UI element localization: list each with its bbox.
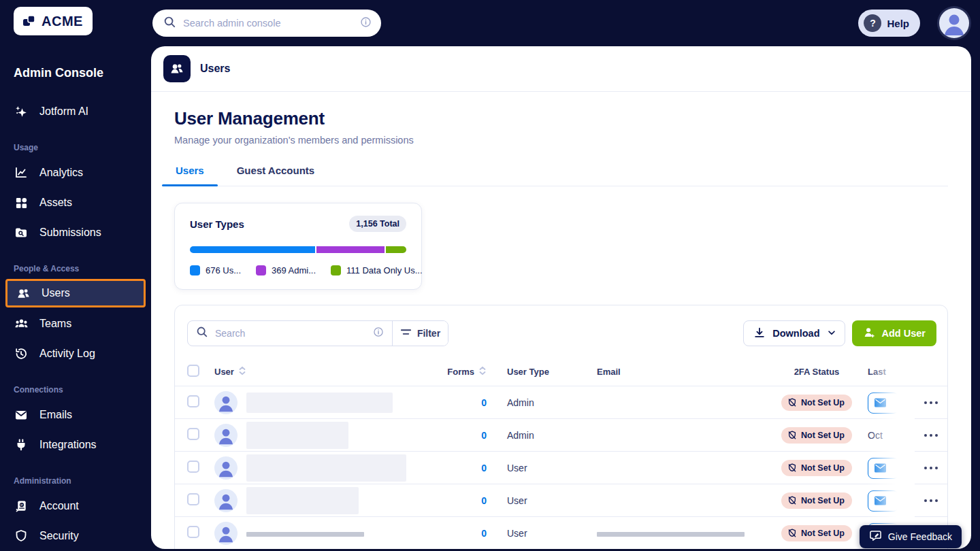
table-row[interactable]: 0 User Not Set Up xyxy=(175,484,947,516)
forms-count-link[interactable]: 0 xyxy=(481,495,487,506)
user-types-bar xyxy=(190,246,406,253)
sidebar-item-jotform-ai[interactable]: Jotform AI xyxy=(0,97,151,127)
table-row[interactable]: 0 User Not Set Up xyxy=(175,516,947,549)
envelope-icon xyxy=(875,496,886,505)
sidebar-item-users[interactable]: Users xyxy=(5,279,146,307)
emails-icon xyxy=(14,408,29,422)
breadcrumb: Users xyxy=(200,63,230,75)
tab-users[interactable]: Users xyxy=(174,161,206,186)
shield-off-icon xyxy=(787,463,797,473)
add-user-button[interactable]: Add User xyxy=(852,320,936,346)
table-search[interactable] xyxy=(188,321,392,346)
tfa-status-badge: Not Set Up xyxy=(781,460,852,476)
forms-count-link[interactable]: 0 xyxy=(481,463,487,473)
question-icon: ? xyxy=(864,14,881,32)
sidebar-item-label: Users xyxy=(42,287,70,299)
account-icon: $ xyxy=(14,500,29,513)
admin-search-input[interactable] xyxy=(183,18,353,29)
row-checkbox[interactable] xyxy=(187,428,199,440)
legend-item-users: 676 Us... xyxy=(190,265,241,276)
sidebar-item-security[interactable]: Security xyxy=(0,521,151,551)
sidebar-item-label: Analytics xyxy=(39,167,83,179)
teams-icon xyxy=(14,317,29,331)
table-row[interactable]: 0 User Not Set Up xyxy=(175,451,947,484)
sidebar-item-teams[interactable]: Teams xyxy=(0,309,151,339)
sidebar-section-administration: Administration xyxy=(14,476,151,486)
row-checkbox[interactable] xyxy=(187,493,199,505)
feedback-icon xyxy=(869,530,882,544)
resend-invite-button[interactable] xyxy=(868,490,899,512)
forms-count-link[interactable]: 0 xyxy=(481,397,487,408)
download-label: Download xyxy=(772,328,819,339)
sidebar-item-label: Account xyxy=(39,500,79,512)
legend-item-admins: 369 Admi... xyxy=(256,265,316,276)
legend-swatch-users xyxy=(190,265,200,276)
sidebar-item-label: Teams xyxy=(39,318,71,330)
feedback-label: Give Feedback xyxy=(888,531,952,542)
forms-count-link[interactable]: 0 xyxy=(481,430,487,441)
table-header-row: User Forms User Type Email 2FA Status La… xyxy=(175,357,947,386)
acme-logo[interactable]: ACME xyxy=(14,7,93,35)
table-search-input[interactable] xyxy=(215,328,366,339)
resend-invite-button[interactable] xyxy=(868,458,899,479)
search-icon xyxy=(196,326,208,341)
filter-icon xyxy=(400,327,412,340)
sparkles-icon xyxy=(14,105,29,119)
admin-search[interactable] xyxy=(152,10,381,37)
last-login-cell: Oct xyxy=(868,419,915,452)
total-badge: 1,156 Total xyxy=(349,216,406,232)
tfa-status-badge: Not Set Up xyxy=(781,427,852,444)
activity-log-icon xyxy=(14,347,29,361)
sidebar-item-emails[interactable]: Emails xyxy=(0,400,151,430)
row-menu-button[interactable] xyxy=(915,434,947,437)
sort-icon[interactable] xyxy=(478,366,487,378)
row-checkbox[interactable] xyxy=(187,395,199,407)
help-button[interactable]: ? Help xyxy=(858,10,920,37)
sidebar-item-integrations[interactable]: Integrations xyxy=(0,430,151,460)
row-menu-button[interactable] xyxy=(915,499,947,503)
table-row[interactable]: 0 Admin Not Set Up xyxy=(175,386,947,418)
shield-off-icon xyxy=(787,529,797,538)
redacted-user-name xyxy=(246,393,393,413)
user-type-cell: User xyxy=(487,463,575,473)
column-header-forms: Forms xyxy=(419,366,487,378)
sidebar-item-assets[interactable]: Assets xyxy=(0,188,151,218)
ellipsis-icon xyxy=(924,467,938,470)
resend-invite-button[interactable] xyxy=(868,393,899,414)
give-feedback-button[interactable]: Give Feedback xyxy=(860,525,962,548)
redacted-user-name xyxy=(246,454,406,482)
page-title: User Management xyxy=(174,108,948,129)
console-title: Admin Console xyxy=(14,66,103,80)
avatar xyxy=(214,391,238,414)
filter-button[interactable]: Filter xyxy=(392,321,448,346)
row-menu-button[interactable] xyxy=(915,401,947,405)
sidebar-item-label: Activity Log xyxy=(39,348,95,360)
sidebar-item-analytics[interactable]: Analytics xyxy=(0,158,151,188)
redacted-strip xyxy=(246,532,364,537)
tab-guest-accounts[interactable]: Guest Accounts xyxy=(235,161,316,186)
sidebar-item-account[interactable]: $ Account xyxy=(0,491,151,521)
sidebar-item-label: Assets xyxy=(39,197,72,209)
account-avatar[interactable] xyxy=(939,8,969,38)
redacted-strip xyxy=(597,532,745,537)
row-menu-button[interactable] xyxy=(915,467,947,470)
column-header-last: Last xyxy=(868,357,915,386)
integrations-icon xyxy=(14,438,29,452)
legend-label: 676 Us... xyxy=(206,265,241,276)
row-checkbox[interactable] xyxy=(187,461,199,473)
sidebar-item-submissions[interactable]: Submissions xyxy=(0,218,151,248)
column-header-user-type: User Type xyxy=(487,367,575,377)
user-types-title: User Types xyxy=(190,218,244,230)
users-icon xyxy=(16,286,31,301)
download-button[interactable]: Download xyxy=(743,320,845,346)
add-user-icon xyxy=(863,326,876,341)
forms-count-link[interactable]: 0 xyxy=(481,528,487,539)
sidebar-item-activity-log[interactable]: Activity Log xyxy=(0,339,151,369)
bar-segment-data-only xyxy=(386,246,406,253)
table-row[interactable]: 0 Admin Not Set Up Oct xyxy=(175,418,947,451)
select-all-checkbox[interactable] xyxy=(187,365,199,377)
chevron-down-icon xyxy=(827,328,836,339)
row-checkbox[interactable] xyxy=(187,526,199,538)
sort-icon[interactable] xyxy=(238,366,246,378)
tabs: Users Guest Accounts xyxy=(174,161,948,186)
